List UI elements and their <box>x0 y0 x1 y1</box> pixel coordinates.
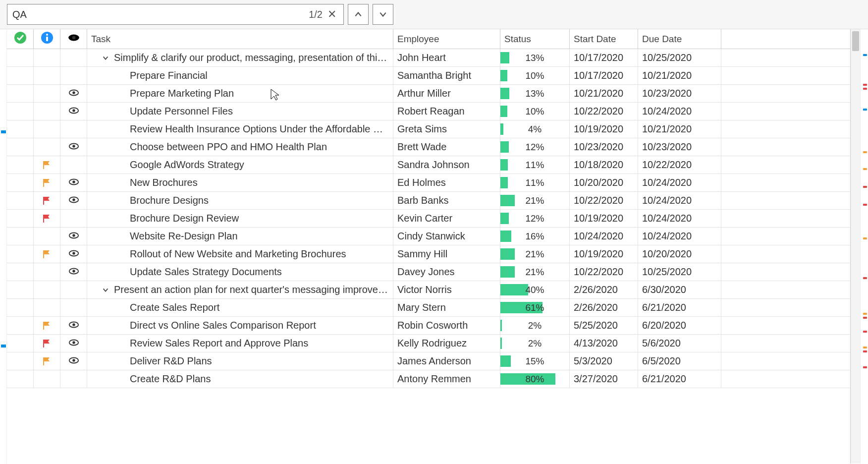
eye-icon <box>68 248 79 260</box>
cell-status: 21% <box>500 192 570 209</box>
cell-due: 10/24/2020 <box>638 228 721 245</box>
search-counter: 1/2 <box>309 9 323 20</box>
eye-icon <box>68 266 79 278</box>
col-header-task[interactable]: Task <box>87 29 393 49</box>
table-row[interactable]: Deliver R&D PlansJames Anderson15%5/3/20… <box>7 352 850 370</box>
col-header-watch[interactable] <box>60 29 87 49</box>
cell-due: 10/24/2020 <box>638 192 721 209</box>
cell-watch <box>60 156 87 174</box>
cell-status: 2% <box>500 317 570 334</box>
find-next-button[interactable] <box>373 4 393 25</box>
eye-icon <box>68 195 79 206</box>
cell-done <box>7 210 34 227</box>
task-label: Direct vs Online Sales Comparison Report <box>130 320 316 331</box>
table-row[interactable]: Review Health Insurance Options Under th… <box>7 120 850 138</box>
table-row[interactable]: Update Sales Strategy DocumentsDavey Jon… <box>7 263 850 281</box>
cell-task[interactable]: Present an action plan for next quarter'… <box>87 281 393 298</box>
col-header-flag[interactable] <box>34 29 60 49</box>
cell-watch <box>60 120 87 138</box>
cell-status: 21% <box>500 263 570 281</box>
col-header-start[interactable]: Start Date <box>570 29 638 49</box>
table-row[interactable]: Simplify & clarify our product, messagin… <box>7 49 850 67</box>
cell-task[interactable]: Simplify & clarify our product, messagin… <box>87 49 393 66</box>
flag-icon <box>42 196 52 206</box>
table-row[interactable]: Brochure DesignsBarb Banks21%10/22/20201… <box>7 192 850 210</box>
cell-done <box>7 299 34 316</box>
right-marker-strip <box>860 29 868 464</box>
search-input[interactable] <box>12 9 309 20</box>
expand-icon[interactable] <box>101 286 110 294</box>
cell-flag <box>34 120 60 138</box>
cell-watch <box>60 174 87 191</box>
cell-start: 10/22/2020 <box>570 103 638 120</box>
clear-search-icon[interactable]: ✕ <box>326 8 338 21</box>
cell-flag <box>34 85 60 102</box>
table-row[interactable]: Present an action plan for next quarter'… <box>7 281 850 299</box>
table-row[interactable]: Review Sales Report and Approve PlansKel… <box>7 335 850 352</box>
search-box[interactable]: 1/2 ✕ <box>7 4 344 25</box>
table-row[interactable]: Prepare Marketing PlanArthur Miller13%10… <box>7 85 850 103</box>
cell-start: 2/26/2020 <box>570 299 638 316</box>
cell-task[interactable]: Brochure Designs <box>87 192 393 209</box>
task-label: Website Re-Design Plan <box>130 231 238 242</box>
cell-employee: Kevin Carter <box>393 210 500 227</box>
cell-start: 10/24/2020 <box>570 228 638 245</box>
cell-done <box>7 138 34 156</box>
cell-watch <box>60 245 87 263</box>
cell-done <box>7 317 34 334</box>
flag-icon <box>42 249 52 259</box>
table-row[interactable]: Create R&D PlansAntony Remmen80%3/27/202… <box>7 370 850 388</box>
cell-start: 10/23/2020 <box>570 138 638 156</box>
cell-task[interactable]: Review Health Insurance Options Under th… <box>87 120 393 138</box>
cell-task[interactable]: Review Sales Report and Approve Plans <box>87 335 393 352</box>
cell-task[interactable]: Choose between PPO and HMO Health Plan <box>87 138 393 156</box>
cell-watch <box>60 85 87 102</box>
cell-task[interactable]: Direct vs Online Sales Comparison Report <box>87 317 393 334</box>
col-header-due[interactable]: Due Date <box>638 29 721 49</box>
flag-icon <box>42 178 52 188</box>
task-label: Update Sales Strategy Documents <box>130 266 282 278</box>
cell-task[interactable]: Create R&D Plans <box>87 370 393 388</box>
cell-task[interactable]: Prepare Financial <box>87 67 393 84</box>
table-row[interactable]: New BrochuresEd Holmes11%10/20/202010/24… <box>7 174 850 192</box>
table-row[interactable]: Direct vs Online Sales Comparison Report… <box>7 317 850 335</box>
cell-task[interactable]: Update Sales Strategy Documents <box>87 263 393 281</box>
col-header-done[interactable] <box>7 29 34 49</box>
cell-task[interactable]: Brochure Design Review <box>87 210 393 227</box>
cell-task[interactable]: New Brochures <box>87 174 393 191</box>
col-header-employee[interactable]: Employee <box>393 29 500 49</box>
cell-task[interactable]: Rollout of New Website and Marketing Bro… <box>87 245 393 263</box>
cell-due: 5/6/2020 <box>638 335 721 352</box>
find-prev-button[interactable] <box>348 4 369 25</box>
cell-task[interactable]: Update Personnel Files <box>87 103 393 120</box>
cell-status: 4% <box>500 120 570 138</box>
task-label: Brochure Designs <box>130 195 209 206</box>
table-row[interactable]: Brochure Design ReviewKevin Carter12%10/… <box>7 210 850 228</box>
cell-flag <box>34 281 60 298</box>
table-row[interactable]: Rollout of New Website and Marketing Bro… <box>7 245 850 263</box>
cell-watch <box>60 352 87 370</box>
overview-tick <box>863 317 867 319</box>
cell-task[interactable]: Create Sales Report <box>87 299 393 316</box>
table-row[interactable]: Choose between PPO and HMO Health PlanBr… <box>7 138 850 156</box>
table-row[interactable]: Create Sales ReportMary Stern61%2/26/202… <box>7 299 850 317</box>
cell-status: 15% <box>500 352 570 370</box>
cell-status: 11% <box>500 156 570 174</box>
col-header-status[interactable]: Status <box>500 29 570 49</box>
cell-start: 10/17/2020 <box>570 67 638 84</box>
cell-employee: Kelly Rodriguez <box>393 335 500 352</box>
cell-task[interactable]: Website Re-Design Plan <box>87 228 393 245</box>
table-row[interactable]: Prepare FinancialSamantha Bright10%10/17… <box>7 67 850 85</box>
cell-task[interactable]: Deliver R&D Plans <box>87 352 393 370</box>
expand-icon[interactable] <box>101 54 110 62</box>
scroll-thumb[interactable] <box>852 31 859 51</box>
table-row[interactable]: Google AdWords StrategySandra Johnson11%… <box>7 156 850 174</box>
cell-done <box>7 228 34 245</box>
vertical-scrollbar[interactable] <box>850 29 860 464</box>
table-row[interactable]: Website Re-Design PlanCindy Stanwick16%1… <box>7 228 850 245</box>
cell-due: 10/23/2020 <box>638 138 721 156</box>
cell-task[interactable]: Google AdWords Strategy <box>87 156 393 174</box>
cell-task[interactable]: Prepare Marketing Plan <box>87 85 393 102</box>
cell-status: 13% <box>500 85 570 102</box>
table-row[interactable]: Update Personnel FilesRobert Reagan10%10… <box>7 103 850 120</box>
